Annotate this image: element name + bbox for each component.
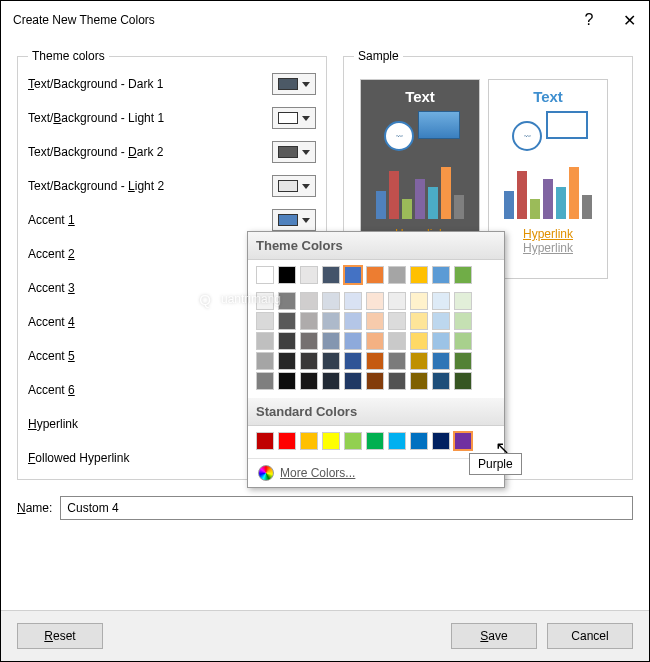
color-swatch[interactable] — [366, 312, 384, 330]
color-swatch[interactable] — [344, 332, 362, 350]
color-swatch[interactable] — [410, 432, 428, 450]
name-input[interactable] — [60, 496, 633, 520]
close-button[interactable]: ✕ — [609, 1, 649, 39]
color-swatch[interactable] — [344, 292, 362, 310]
color-swatch[interactable] — [366, 352, 384, 370]
color-swatch[interactable] — [366, 372, 384, 390]
color-swatch[interactable] — [256, 372, 274, 390]
color-swatch[interactable] — [388, 292, 406, 310]
color-swatch[interactable] — [432, 332, 450, 350]
color-swatch[interactable] — [432, 352, 450, 370]
color-swatch-dropdown[interactable] — [272, 73, 316, 95]
color-swatch[interactable] — [278, 266, 296, 284]
color-swatch[interactable] — [300, 332, 318, 350]
color-swatch[interactable] — [410, 352, 428, 370]
color-swatch-dropdown[interactable] — [272, 141, 316, 163]
color-swatch[interactable] — [366, 432, 384, 450]
color-swatch[interactable] — [322, 266, 340, 284]
color-swatch[interactable] — [322, 292, 340, 310]
color-swatch[interactable] — [278, 352, 296, 370]
color-swatch[interactable] — [432, 372, 450, 390]
color-swatch[interactable] — [410, 312, 428, 330]
theme-color-row: Text/Background - Light 2 — [28, 175, 316, 197]
color-swatch[interactable] — [344, 266, 362, 284]
color-swatch[interactable] — [388, 312, 406, 330]
chevron-down-icon — [302, 184, 310, 189]
help-button[interactable]: ? — [569, 1, 609, 39]
color-swatch[interactable] — [454, 432, 472, 450]
reset-button[interactable]: Reset — [17, 623, 103, 649]
color-swatch[interactable] — [278, 332, 296, 350]
color-swatch[interactable] — [322, 432, 340, 450]
color-swatch[interactable] — [256, 432, 274, 450]
chevron-down-icon — [302, 150, 310, 155]
theme-colors-legend: Theme colors — [28, 49, 109, 63]
save-button[interactable]: Save — [451, 623, 537, 649]
color-swatch[interactable] — [432, 432, 450, 450]
theme-color-row: Text/Background - Dark 2 — [28, 141, 316, 163]
color-swatch[interactable] — [432, 292, 450, 310]
color-swatch[interactable] — [454, 332, 472, 350]
theme-color-label: Accent 2 — [28, 247, 266, 261]
color-swatch[interactable] — [300, 352, 318, 370]
sample-chart-light — [504, 159, 592, 219]
color-swatch[interactable] — [388, 372, 406, 390]
color-swatch[interactable] — [410, 372, 428, 390]
color-swatch[interactable] — [300, 292, 318, 310]
color-swatch[interactable] — [256, 292, 274, 310]
color-swatch[interactable] — [454, 312, 472, 330]
color-swatch[interactable] — [300, 372, 318, 390]
color-swatch[interactable] — [322, 372, 340, 390]
color-swatch[interactable] — [278, 292, 296, 310]
color-swatch[interactable] — [432, 312, 450, 330]
color-swatch[interactable] — [322, 352, 340, 370]
color-swatch[interactable] — [344, 372, 362, 390]
color-swatch[interactable] — [322, 312, 340, 330]
color-swatch[interactable] — [256, 266, 274, 284]
sample-text-dark: Text — [405, 88, 435, 105]
theme-color-label: Accent 1 — [28, 213, 266, 227]
color-swatch[interactable] — [454, 352, 472, 370]
color-swatch[interactable] — [300, 432, 318, 450]
color-swatch[interactable] — [256, 352, 274, 370]
color-swatch[interactable] — [322, 332, 340, 350]
color-swatch[interactable] — [300, 312, 318, 330]
color-swatch[interactable] — [388, 266, 406, 284]
color-swatch[interactable] — [454, 266, 472, 284]
color-swatch[interactable] — [388, 332, 406, 350]
color-swatch[interactable] — [432, 266, 450, 284]
chevron-down-icon — [302, 218, 310, 223]
color-swatch[interactable] — [300, 266, 318, 284]
theme-color-label: Accent 3 — [28, 281, 266, 295]
color-swatch[interactable] — [256, 312, 274, 330]
color-swatch[interactable] — [278, 312, 296, 330]
sample-text-light: Text — [533, 88, 563, 105]
create-theme-colors-dialog: Create New Theme Colors ? ✕ Theme colors… — [0, 0, 650, 662]
color-swatch[interactable] — [344, 352, 362, 370]
color-picker-popup: Theme Colors Standard Colors More Colors… — [247, 231, 505, 488]
theme-color-row: Text/Background - Light 1 — [28, 107, 316, 129]
color-swatch[interactable] — [278, 432, 296, 450]
theme-color-label: Accent 5 — [28, 349, 266, 363]
more-colors-button[interactable]: More Colors... — [248, 458, 504, 487]
color-swatch[interactable] — [454, 372, 472, 390]
color-swatch[interactable] — [388, 432, 406, 450]
color-swatch[interactable] — [366, 266, 384, 284]
color-swatch[interactable] — [344, 312, 362, 330]
color-swatch-dropdown[interactable] — [272, 175, 316, 197]
color-swatch[interactable] — [410, 332, 428, 350]
color-swatch[interactable] — [410, 266, 428, 284]
color-swatch[interactable] — [344, 432, 362, 450]
color-swatch-dropdown[interactable] — [272, 209, 316, 231]
color-swatch[interactable] — [366, 332, 384, 350]
color-swatch[interactable] — [278, 372, 296, 390]
theme-color-label: Text/Background - Dark 1 — [28, 77, 266, 91]
color-swatch[interactable] — [454, 292, 472, 310]
color-swatch[interactable] — [366, 292, 384, 310]
color-swatch[interactable] — [410, 292, 428, 310]
color-swatch[interactable] — [388, 352, 406, 370]
cancel-button[interactable]: Cancel — [547, 623, 633, 649]
theme-color-label: Text/Background - Light 1 — [28, 111, 266, 125]
color-swatch[interactable] — [256, 332, 274, 350]
color-swatch-dropdown[interactable] — [272, 107, 316, 129]
